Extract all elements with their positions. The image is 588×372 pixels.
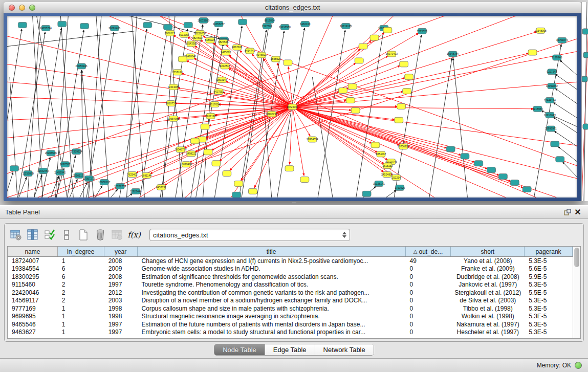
cell-in-degree[interactable]: 1 <box>58 305 104 312</box>
graph-node[interactable]: 12444194 <box>544 98 556 103</box>
graph-node[interactable] <box>461 154 469 159</box>
graph-node[interactable]: 10655257 <box>213 21 225 27</box>
cell-name[interactable]: 22420046 <box>8 289 58 296</box>
cell-pagerank[interactable]: 5.3E-5 <box>525 305 573 312</box>
graph-node[interactable] <box>487 167 496 173</box>
cell-year[interactable]: 2008 <box>104 273 138 280</box>
graph-node[interactable] <box>238 19 247 25</box>
graph-node[interactable] <box>498 174 507 180</box>
graph-node[interactable] <box>164 25 172 30</box>
cell-out-de-[interactable]: 49 <box>406 257 451 265</box>
cell-short[interactable]: de Silva et al. (2003) <box>451 297 525 304</box>
cell-in-degree[interactable]: 6 <box>58 273 104 280</box>
graph-node[interactable]: 8267130 <box>205 114 215 119</box>
graph-node[interactable]: 20206576 <box>45 150 57 156</box>
graph-node[interactable]: 1615152 <box>382 163 393 169</box>
function-builder-button[interactable]: f(x) <box>127 228 141 242</box>
table-row[interactable]: 1830029562008Estimation of significance … <box>8 273 573 281</box>
network-graph[interactable]: 18724007 24055724 20691406 10655257 1603… <box>7 16 577 198</box>
cell-in-degree[interactable]: 1 <box>58 321 104 328</box>
table-row[interactable]: 969969511998Structural magnetic resonanc… <box>8 313 573 321</box>
graph-node[interactable] <box>249 189 257 194</box>
cell-name[interactable]: 18724007 <box>8 257 58 265</box>
table-selector-dropdown[interactable]: citations_edges.txt <box>149 229 350 241</box>
graph-node[interactable] <box>346 98 355 103</box>
graph-node[interactable]: 5498222 <box>186 151 197 157</box>
graph-node[interactable]: 16782759 <box>114 184 126 189</box>
graph-node[interactable]: 1527602 <box>262 24 272 29</box>
graph-node[interactable] <box>400 61 408 67</box>
graph-node[interactable]: 16136141 <box>373 181 385 187</box>
cell-short[interactable]: Jankovic et al. (1997) <box>451 281 525 288</box>
cell-short[interactable]: Stergiakouli et al. (2012) <box>451 289 525 296</box>
graph-node[interactable]: 8813054 <box>265 18 275 24</box>
cell-out-de-[interactable]: 0 <box>406 329 451 336</box>
graph-node[interactable]: 16099489 <box>180 162 192 167</box>
cell-title[interactable]: Estimation of the future numbers of pati… <box>138 321 406 328</box>
table-row[interactable]: 1456911722003Disruption of a novel membe… <box>8 297 573 305</box>
graph-node[interactable]: 11156869 <box>23 171 34 177</box>
graph-node[interactable]: 8912954 <box>179 32 189 38</box>
panel-resize-grip[interactable] <box>292 202 296 204</box>
cell-short[interactable]: Dudbridge et al. (2008) <box>451 273 525 280</box>
cell-year[interactable]: 1997 <box>104 281 138 288</box>
graph-node[interactable]: 12942757 <box>37 168 49 174</box>
graph-node[interactable]: 12093872 <box>546 83 558 89</box>
cell-pagerank[interactable]: 5.6E-5 <box>525 265 573 272</box>
graph-node[interactable]: 9884067 <box>376 151 386 157</box>
column-header-pagerank[interactable]: pagerank <box>525 247 573 256</box>
graph-node[interactable]: 14524851 <box>381 172 393 178</box>
graph-node[interactable]: 20053346 <box>76 63 88 69</box>
cell-out-de-[interactable]: 0 <box>406 313 451 320</box>
tab-network-table[interactable]: Network Table <box>315 344 374 355</box>
cell-year[interactable]: 2003 <box>104 297 138 304</box>
network-window-titlebar[interactable]: citations_edges.txt <box>4 2 581 13</box>
graph-node[interactable]: 16973493 <box>386 51 398 57</box>
graph-node[interactable] <box>510 180 519 186</box>
graph-node[interactable]: 12213383 <box>167 84 179 90</box>
graph-node[interactable] <box>80 24 89 29</box>
cell-in-degree[interactable]: 2 <box>58 281 104 288</box>
graph-node[interactable] <box>232 192 241 198</box>
graph-node[interactable] <box>403 89 411 94</box>
graph-node[interactable] <box>446 146 455 152</box>
cell-pagerank[interactable]: 5.3E-5 <box>525 313 573 320</box>
graph-node[interactable] <box>474 161 483 166</box>
cell-pagerank[interactable]: 5.3E-5 <box>525 321 573 328</box>
graph-node[interactable] <box>405 74 413 80</box>
cell-pagerank[interactable]: 5.3E-5 <box>525 257 573 265</box>
cell-title[interactable]: Structural magnetic resonance image aver… <box>138 313 406 320</box>
graph-node[interactable]: 20691406 <box>108 26 120 31</box>
cell-short[interactable]: Yano et al. (2008) <box>451 257 525 265</box>
cell-year[interactable]: 1997 <box>104 321 138 328</box>
cell-year[interactable]: 2009 <box>104 265 138 272</box>
graph-node[interactable] <box>338 88 347 94</box>
graph-node[interactable] <box>395 117 403 123</box>
graph-node[interactable] <box>556 157 564 162</box>
graph-node[interactable] <box>285 166 294 171</box>
cell-year[interactable]: 2012 <box>104 289 138 296</box>
graph-node[interactable] <box>143 23 152 28</box>
new-column-button[interactable] <box>77 228 90 242</box>
cell-title[interactable]: Genome-wide association studies in ADHD. <box>138 265 406 272</box>
table-mode-button[interactable] <box>9 228 23 242</box>
graph-node[interactable]: 19654985 <box>167 116 179 122</box>
cell-title[interactable]: Tourette syndrome. Phenomenology and cla… <box>138 281 406 288</box>
graph-node[interactable]: 16648784 <box>447 51 459 57</box>
graph-node[interactable] <box>551 141 559 147</box>
graph-node[interactable] <box>204 149 212 155</box>
graph-node[interactable] <box>351 108 360 114</box>
graph-node[interactable]: 1691144 <box>141 173 151 179</box>
cell-in-degree[interactable]: 2 <box>58 289 104 296</box>
graph-node[interactable] <box>359 43 367 49</box>
graph-node[interactable] <box>212 161 221 166</box>
graph-node[interactable] <box>201 124 209 129</box>
graph-node[interactable]: 24055724 <box>40 26 52 31</box>
cell-in-degree[interactable]: 1 <box>58 329 104 336</box>
graph-node[interactable]: 6466160 <box>300 21 310 27</box>
vertical-scrollbar[interactable] <box>573 247 580 338</box>
cell-title[interactable]: Changes of HCN gene expression and I(f) … <box>138 257 406 265</box>
graph-node[interactable]: 12923446 <box>130 189 142 194</box>
graph-node[interactable]: 9457791 <box>156 185 166 190</box>
graph-node[interactable]: 3215953 <box>532 106 542 112</box>
